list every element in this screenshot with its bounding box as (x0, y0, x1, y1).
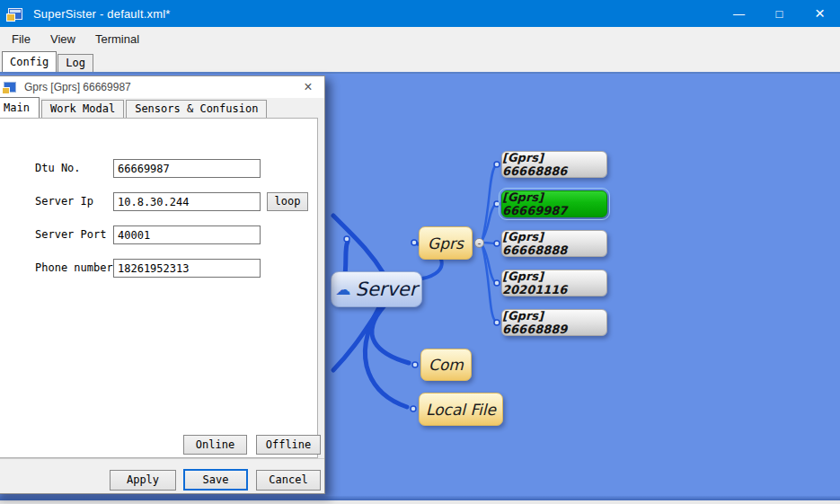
dialog-tab-work-modal[interactable]: Work Modal (41, 100, 124, 118)
node-local-file[interactable]: Local File (419, 393, 503, 426)
server-port-label: Server Port (35, 225, 116, 243)
online-button[interactable]: Online (183, 435, 247, 455)
app-window: SuperSister - default.xml* — □ × File Vi… (0, 0, 840, 504)
dtu-no-input[interactable] (113, 159, 261, 178)
cloud-icon: ☁ (336, 282, 351, 297)
node-server[interactable]: ☁ Server (331, 271, 422, 307)
node-gprs-66669987[interactable]: [Gprs] 66669987 (501, 190, 607, 217)
server-port-input[interactable] (113, 225, 261, 244)
dialog-tab-sensors-confusion[interactable]: Sensors & Confusion (126, 100, 267, 118)
app-icon (8, 8, 22, 20)
collapse-icon[interactable]: - (474, 238, 484, 248)
dialog-close-icon[interactable]: × (292, 76, 324, 98)
phone-number-label: Phone number (35, 259, 116, 277)
main-content: ☁ Server Gprs - Com Local File [Gprs] 66… (0, 72, 840, 504)
node-gprs[interactable]: Gprs (419, 226, 473, 260)
tab-log[interactable]: Log (57, 54, 93, 72)
dialog-title: Gprs [Gprs] 66669987 (24, 81, 131, 93)
node-gprs-66668888[interactable]: [Gprs] 66668888 (501, 230, 607, 257)
menubar: File View Terminal (0, 27, 840, 50)
dtu-no-label: Dtu No. (35, 159, 116, 177)
node-server-label: Server (356, 279, 418, 300)
server-ip-input[interactable] (113, 192, 261, 211)
server-ip-label: Server Ip (35, 192, 116, 210)
cancel-button[interactable]: Cancel (256, 470, 321, 491)
tab-config[interactable]: Config (2, 51, 57, 72)
minimize-button[interactable]: — (719, 0, 759, 27)
window-title: SuperSister - default.xml* (33, 7, 171, 21)
node-gprs-66668886[interactable]: [Gprs] 66668886 (501, 151, 607, 178)
dialog-titlebar: Gprs [Gprs] 66669987 × (0, 76, 324, 98)
close-button[interactable]: × (800, 0, 840, 27)
node-com[interactable]: Com (420, 349, 472, 381)
gprs-dialog: Gprs [Gprs] 66669987 × Main Work Modal S… (0, 75, 325, 494)
menu-file[interactable]: File (2, 27, 40, 50)
node-gprs-20201116[interactable]: [Gprs] 20201116 (501, 270, 607, 296)
maximize-button[interactable]: □ (759, 0, 800, 27)
menu-terminal[interactable]: Terminal (85, 27, 149, 50)
apply-button[interactable]: Apply (110, 470, 176, 491)
window-bottom-edge (0, 500, 840, 504)
dialog-tabstrip: Main Work Modal Sensors & Confusion (0, 98, 324, 118)
main-tabstrip: Config Log (0, 50, 840, 72)
phone-number-input[interactable] (113, 259, 261, 278)
menu-view[interactable]: View (40, 27, 85, 50)
loop-button[interactable]: loop (267, 192, 308, 211)
window-controls: — □ × (719, 0, 840, 27)
node-gprs-66668889[interactable]: [Gprs] 66668889 (501, 309, 607, 336)
dialog-icon (4, 82, 16, 93)
offline-button[interactable]: Offline (256, 435, 321, 455)
save-button[interactable]: Save (183, 469, 248, 491)
titlebar: SuperSister - default.xml* — □ × (0, 0, 840, 27)
dialog-tab-main[interactable]: Main (0, 97, 40, 118)
